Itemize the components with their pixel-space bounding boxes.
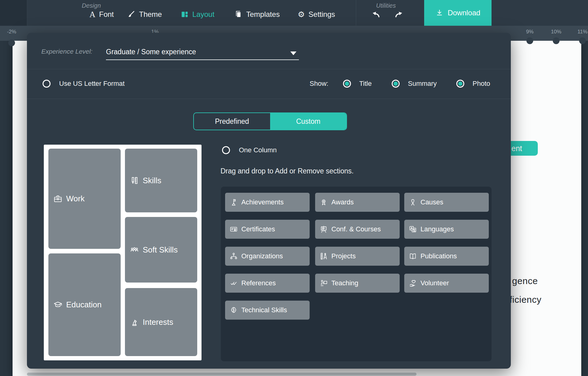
one-column-radio[interactable] — [222, 146, 230, 154]
awareness-ribbon-icon — [409, 198, 417, 206]
paintbrush-icon — [127, 10, 135, 19]
preview-block-label: Skills — [143, 176, 161, 185]
show-label: Show: — [310, 80, 328, 88]
layout-button[interactable]: Layout — [181, 7, 214, 21]
undo-button[interactable] — [369, 9, 382, 20]
ruler-tick-dot — [579, 37, 586, 44]
tab-predefined[interactable]: Predefined — [194, 113, 270, 130]
ruler-label: -2% — [7, 29, 16, 35]
templates-button[interactable]: Templates — [234, 7, 280, 21]
top-toolbar: Design A Font Theme Layout — [0, 0, 588, 26]
section-causes[interactable]: Causes — [404, 193, 489, 212]
utilities-group-label: Utilities — [376, 2, 396, 9]
background-text-fragment: gence — [512, 276, 538, 286]
undo-icon — [370, 9, 381, 20]
section-achievements[interactable]: Achievements — [225, 193, 310, 212]
section-label: Certificates — [241, 225, 275, 233]
show-photo-radio[interactable] — [456, 80, 464, 88]
preview-block-label: Soft Skills — [143, 245, 178, 255]
gear-icon: ⚙ — [298, 10, 305, 18]
section-teaching[interactable]: Teaching — [315, 274, 400, 293]
presentation-board-icon — [320, 225, 328, 233]
section-label: Awards — [331, 198, 354, 206]
section-references[interactable]: References — [225, 274, 310, 293]
chevron-down-icon — [290, 51, 296, 55]
us-letter-radio[interactable] — [43, 80, 51, 88]
section-label: Teaching — [331, 279, 358, 287]
font-button[interactable]: A Font — [89, 7, 114, 21]
preview-block-education[interactable]: Education — [48, 253, 121, 356]
section-label: Organizations — [241, 252, 283, 260]
ruler-label: 10% — [551, 29, 561, 35]
background-partial-button-label: ent — [511, 144, 522, 153]
drag-drop-hint: Drag and drop to Add or Remove sections. — [221, 167, 354, 175]
section-technical-skills[interactable]: Technical Skills — [225, 301, 310, 320]
theme-button-label: Theme — [139, 10, 162, 19]
certificate-icon — [230, 225, 238, 233]
preview-block-work[interactable]: Work — [48, 149, 121, 249]
section-label: Projects — [331, 252, 356, 260]
section-label: Achievements — [241, 198, 284, 206]
redo-button[interactable] — [393, 9, 405, 20]
milestone-flag-icon — [230, 198, 238, 206]
show-photo-label: Photo — [473, 80, 490, 88]
ruler-label: 11% — [578, 29, 588, 35]
layout-button-label: Layout — [192, 10, 214, 19]
medal-icon — [320, 198, 328, 206]
translate-icon — [409, 225, 417, 233]
theme-button[interactable]: Theme — [127, 7, 162, 21]
graduation-cap-icon — [53, 300, 62, 310]
preview-block-label: Work — [66, 194, 85, 203]
settings-button[interactable]: ⚙ Settings — [298, 7, 335, 21]
redo-icon — [394, 9, 405, 20]
ruler-tick-dot — [553, 37, 560, 44]
toolbar-corner-block — [0, 0, 27, 26]
open-book-icon — [409, 252, 417, 260]
horizontal-scrollbar-thumb[interactable] — [27, 373, 417, 376]
tab-custom[interactable]: Custom — [270, 113, 346, 130]
section-certificates[interactable]: Certificates — [225, 220, 310, 239]
show-summary-radio[interactable] — [392, 80, 400, 88]
radio-checked-dot — [458, 82, 462, 86]
experience-level-select[interactable]: Graduate / Some experience — [106, 47, 299, 61]
section-awards[interactable]: Awards — [315, 193, 400, 212]
section-conf-courses[interactable]: Conf. & Courses — [315, 220, 400, 239]
ruler-tick-dot — [8, 40, 15, 46]
templates-pages-icon — [234, 10, 243, 19]
download-button[interactable]: Download — [424, 0, 492, 26]
radio-checked-dot — [394, 82, 398, 86]
settings-button-label: Settings — [308, 10, 335, 19]
pencil-ruler-icon — [130, 176, 139, 185]
one-column-label: One Column — [239, 146, 277, 154]
section-label: Technical Skills — [241, 306, 287, 314]
download-button-label: Download — [448, 9, 481, 17]
select-underline — [106, 59, 299, 60]
background-text-fragment: ficiency — [510, 294, 541, 305]
double-check-icon — [230, 279, 238, 287]
section-volunteer[interactable]: Volunteer — [404, 274, 489, 293]
section-label: Causes — [420, 198, 443, 206]
section-publications[interactable]: Publications — [404, 247, 489, 266]
ruler-compass-icon — [320, 252, 328, 260]
preview-block-soft-skills[interactable]: Soft Skills — [125, 217, 197, 283]
show-title-radio[interactable] — [343, 80, 351, 88]
modal-divider — [27, 69, 511, 69]
preview-block-interests[interactable]: Interests — [125, 288, 197, 356]
people-icon — [130, 245, 139, 254]
toolbar-divider — [356, 0, 356, 26]
section-languages[interactable]: Languages — [404, 220, 489, 239]
experience-level-label: Experience Level: — [41, 48, 92, 55]
sections-grid-panel: Achievements Awards Causes — [221, 187, 492, 361]
briefcase-icon — [53, 194, 62, 203]
experience-level-value: Graduate / Some experience — [106, 48, 196, 56]
section-label: Conf. & Courses — [331, 225, 381, 233]
font-button-label: Font — [99, 10, 114, 19]
preview-block-skills[interactable]: Skills — [125, 149, 197, 212]
font-icon: A — [89, 10, 96, 19]
download-icon — [435, 9, 443, 17]
section-label: References — [241, 279, 276, 287]
section-organizations[interactable]: Organizations — [225, 247, 310, 266]
background-partial-button[interactable]: ent — [509, 141, 538, 156]
org-chart-icon — [230, 252, 238, 260]
section-projects[interactable]: Projects — [315, 247, 400, 266]
